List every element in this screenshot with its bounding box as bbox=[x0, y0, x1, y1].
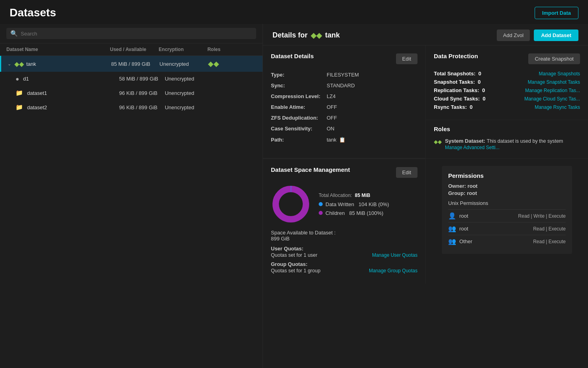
left-panel: 🔍 Dataset Name Used / Available Encrypti… bbox=[0, 24, 263, 368]
perm-perms-other: Read | Execute bbox=[533, 239, 566, 244]
perm-perms-root-group: Read | Execute bbox=[533, 226, 566, 232]
total-snapshots-label: Total Snapshots: 0 bbox=[434, 71, 481, 77]
data-protection-title: Data Protection bbox=[434, 53, 478, 59]
space-section-title: Dataset Space Management bbox=[271, 166, 350, 173]
col-encryption: Encryption bbox=[159, 47, 207, 52]
manage-advanced-link[interactable]: Manage Advanced Setti... bbox=[445, 145, 563, 150]
space-available-row: Space Available to Dataset : 899 GiB bbox=[271, 230, 417, 242]
manage-cloud-sync-link[interactable]: Manage Cloud Sync Tas... bbox=[524, 96, 580, 102]
zfs-value: OFF bbox=[327, 114, 337, 122]
zvol-icon: ● bbox=[16, 75, 19, 82]
folder2-icon: 📁 bbox=[16, 104, 23, 111]
group-icon: 👥 bbox=[448, 225, 456, 232]
add-zvol-button[interactable]: Add Zvol bbox=[497, 30, 530, 41]
right-header-actions: Add Zvol Add Dataset bbox=[497, 30, 578, 41]
dataset-name-d1: ● d1 bbox=[16, 75, 119, 82]
user-quotas-desc: Quotas set for 1 user bbox=[271, 252, 318, 258]
search-input[interactable] bbox=[21, 31, 252, 37]
top-right-grid: Dataset Details Edit Type: FILESYSTEM Sy… bbox=[263, 45, 588, 159]
perm-row-root-left: 👤 root bbox=[448, 212, 468, 220]
space-avail-label: Space Available to Dataset : bbox=[271, 230, 335, 236]
import-data-button[interactable]: Import Data bbox=[535, 7, 578, 19]
space-edit-button[interactable]: Edit bbox=[396, 167, 417, 178]
path-label: Path: bbox=[271, 136, 327, 144]
donut-chart bbox=[271, 184, 311, 224]
field-path: Path: tank 📋 bbox=[271, 136, 417, 144]
data-protection-header: Data Protection Create Snapshot bbox=[434, 53, 580, 65]
dataset2-label: dataset2 bbox=[27, 104, 47, 110]
rsync-tasks-label: Rsync Tasks: 0 bbox=[434, 104, 472, 110]
zfs-label: ZFS Deduplication: bbox=[271, 114, 327, 122]
quotas-section: User Quotas: Quotas set for 1 user Manag… bbox=[271, 246, 417, 274]
total-alloc-label: Total Allocation: bbox=[319, 193, 352, 198]
data-protection-col: Data Protection Create Snapshot Total Sn… bbox=[425, 45, 588, 158]
d1-used: 58 MiB / 899 GiB bbox=[119, 76, 165, 82]
col-used: Used / Available bbox=[110, 47, 159, 52]
donut-row: Total Allocation: 85 MiB Data Written 10… bbox=[271, 184, 417, 224]
dp-snapshot-tasks: Snapshot Tasks: 0 Manage Snapshot Tasks bbox=[434, 79, 580, 85]
manage-group-quotas-link[interactable]: Manage Group Quotas bbox=[369, 268, 417, 274]
manage-replication-link[interactable]: Manage Replication Tas... bbox=[525, 88, 580, 93]
svg-point-3 bbox=[280, 193, 302, 215]
dp-total-snapshots: Total Snapshots: 0 Manage Snapshots bbox=[434, 71, 580, 77]
permissions-col: Permissions Owner: root Group: root Unix… bbox=[425, 159, 588, 284]
field-sync: Sync: STANDARD bbox=[271, 81, 417, 90]
total-alloc-value: 85 MiB bbox=[355, 193, 370, 198]
dataset-details-section: Dataset Details Edit Type: FILESYSTEM Sy… bbox=[263, 45, 425, 158]
dp-cloud-sync: Cloud Sync Tasks: 0 Manage Cloud Sync Ta… bbox=[434, 96, 580, 102]
right-header: Details for ◆◆ tank Add Zvol Add Dataset bbox=[263, 24, 588, 45]
copy-icon[interactable]: 📋 bbox=[339, 136, 345, 144]
bottom-right-grid: Dataset Space Management Edit bbox=[263, 159, 588, 284]
type-value: FILESYSTEM bbox=[327, 71, 359, 79]
dataset-row-tank[interactable]: ⌄ ◆◆ tank 85 MiB / 899 GiB Unencrypted ◆… bbox=[0, 56, 263, 72]
dataset-name-dataset2: 📁 dataset2 bbox=[16, 104, 119, 111]
table-header: Dataset Name Used / Available Encryption… bbox=[0, 43, 263, 56]
system-dataset-label: System Dataset: bbox=[445, 138, 485, 144]
dataset2-encryption: Unencrypted bbox=[165, 104, 211, 110]
system-dataset-icon: ◆◆ bbox=[434, 139, 442, 145]
group-quotas-row: Group Quotas: Quotas set for 1 group Man… bbox=[271, 261, 417, 274]
group-quotas-desc: Quotas set for 1 group bbox=[271, 268, 320, 274]
sync-value: STANDARD bbox=[327, 81, 355, 90]
create-snapshot-button[interactable]: Create Snapshot bbox=[528, 53, 580, 64]
space-legend: Data Written 104 KiB (0%) Children 85 Mi… bbox=[319, 201, 417, 216]
children-label: Children bbox=[325, 210, 345, 216]
roles-item: ◆◆ System Dataset: This dataset is used … bbox=[434, 138, 580, 150]
path-value-wrap: tank 📋 bbox=[327, 136, 345, 144]
dataset-details-edit-button[interactable]: Edit bbox=[396, 53, 417, 64]
owner-row: Owner: root bbox=[448, 183, 566, 189]
dp-replication-tasks: Replication Tasks: 0 Manage Replication … bbox=[434, 87, 580, 93]
case-label: Case Sensitivity: bbox=[271, 124, 327, 133]
perm-name-other: Other bbox=[459, 238, 472, 244]
user-icon: 👤 bbox=[448, 212, 456, 220]
d1-label: d1 bbox=[23, 76, 29, 82]
perm-name-root-user: root bbox=[459, 213, 468, 219]
dataset-details-header: Dataset Details Edit bbox=[271, 53, 417, 65]
tank-roles-icon: ◆◆ bbox=[208, 59, 256, 68]
dataset-row-dataset1[interactable]: 📁 dataset1 96 KiB / 899 GiB Unencrypted bbox=[0, 86, 263, 100]
dataset-row-d1[interactable]: ● d1 58 MiB / 899 GiB Unencrypted bbox=[0, 72, 263, 86]
chevron-down-icon[interactable]: ⌄ bbox=[8, 61, 11, 67]
manage-user-quotas-link[interactable]: Manage User Quotas bbox=[372, 252, 417, 258]
roles-title: Roles bbox=[434, 126, 580, 132]
tank-used: 85 MiB / 899 GiB bbox=[111, 61, 159, 67]
dataset-row-dataset2[interactable]: 📁 dataset2 96 KiB / 899 GiB Unencrypted bbox=[0, 100, 263, 114]
page-header: Datasets Import Data bbox=[0, 0, 588, 24]
manage-snapshots-link[interactable]: Manage Snapshots bbox=[539, 71, 580, 77]
user-quotas-label: User Quotas: bbox=[271, 246, 417, 252]
dp-rsync-tasks: Rsync Tasks: 0 Manage Rsync Tasks bbox=[434, 104, 580, 110]
manage-snapshot-tasks-link[interactable]: Manage Snapshot Tasks bbox=[528, 79, 580, 85]
children-dot bbox=[319, 211, 323, 215]
search-input-wrap[interactable]: 🔍 bbox=[6, 28, 256, 39]
permissions-title: Permissions bbox=[448, 172, 566, 179]
perm-name-root-group: root bbox=[459, 226, 468, 232]
snapshot-tasks-label: Snapshot Tasks: 0 bbox=[434, 79, 481, 85]
total-allocation-row: Total Allocation: 85 MiB bbox=[319, 193, 417, 198]
data-protection-section: Data Protection Create Snapshot Total Sn… bbox=[426, 45, 588, 120]
manage-rsync-link[interactable]: Manage Rsync Tasks bbox=[535, 104, 580, 110]
search-icon: 🔍 bbox=[10, 30, 18, 37]
dataset1-used: 96 KiB / 899 GiB bbox=[119, 90, 165, 96]
space-legend-total: Total Allocation: 85 MiB Data Written 10… bbox=[319, 193, 417, 216]
atime-label: Enable Atime: bbox=[271, 103, 327, 112]
add-dataset-button[interactable]: Add Dataset bbox=[534, 30, 578, 41]
